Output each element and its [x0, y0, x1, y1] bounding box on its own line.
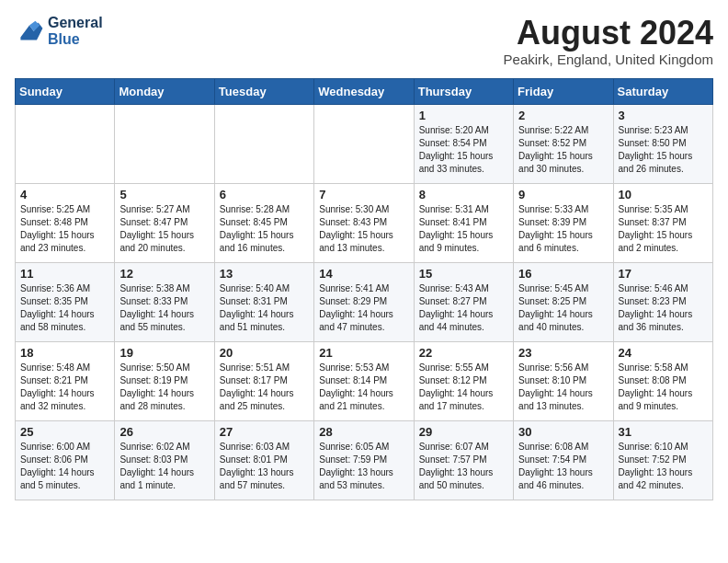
day-info: Sunrise: 5:22 AM Sunset: 8:52 PM Dayligh…	[518, 124, 608, 176]
day-number: 17	[619, 267, 708, 281]
day-number: 11	[20, 267, 109, 281]
calendar-cell: 20Sunrise: 5:51 AM Sunset: 8:17 PM Dayli…	[214, 341, 313, 420]
page-header: General Blue August 2024 Peakirk, Englan…	[15, 15, 713, 67]
logo: General Blue	[15, 15, 103, 48]
weekday-header: Tuesday	[214, 78, 313, 104]
calendar-cell: 16Sunrise: 5:45 AM Sunset: 8:25 PM Dayli…	[514, 262, 613, 341]
weekday-header: Monday	[115, 78, 214, 104]
day-info: Sunrise: 5:28 AM Sunset: 8:45 PM Dayligh…	[220, 203, 309, 255]
day-number: 4	[20, 188, 109, 201]
day-number: 24	[619, 346, 708, 360]
logo-icon	[15, 18, 44, 44]
weekday-header: Thursday	[414, 78, 513, 104]
day-info: Sunrise: 5:23 AM Sunset: 8:50 PM Dayligh…	[619, 124, 708, 176]
calendar-cell: 3Sunrise: 5:23 AM Sunset: 8:50 PM Daylig…	[613, 104, 712, 183]
day-info: Sunrise: 5:40 AM Sunset: 8:31 PM Dayligh…	[220, 282, 309, 334]
day-number: 3	[619, 109, 708, 122]
day-number: 2	[518, 109, 608, 122]
day-info: Sunrise: 5:51 AM Sunset: 8:17 PM Dayligh…	[220, 362, 309, 413]
day-number: 20	[220, 346, 309, 360]
day-info: Sunrise: 5:31 AM Sunset: 8:41 PM Dayligh…	[419, 203, 508, 255]
calendar-cell: 13Sunrise: 5:40 AM Sunset: 8:31 PM Dayli…	[214, 262, 313, 341]
calendar-table: SundayMondayTuesdayWednesdayThursdayFrid…	[15, 78, 713, 500]
day-number: 6	[220, 188, 309, 201]
day-info: Sunrise: 6:07 AM Sunset: 7:57 PM Dayligh…	[419, 441, 508, 492]
day-info: Sunrise: 5:30 AM Sunset: 8:43 PM Dayligh…	[319, 203, 408, 255]
calendar-cell: 24Sunrise: 5:58 AM Sunset: 8:08 PM Dayli…	[613, 341, 712, 420]
day-info: Sunrise: 5:36 AM Sunset: 8:35 PM Dayligh…	[20, 282, 109, 334]
day-info: Sunrise: 5:55 AM Sunset: 8:12 PM Dayligh…	[419, 362, 508, 413]
day-info: Sunrise: 5:25 AM Sunset: 8:48 PM Dayligh…	[20, 203, 109, 255]
calendar-cell: 10Sunrise: 5:35 AM Sunset: 8:37 PM Dayli…	[613, 183, 712, 262]
calendar-cell: 14Sunrise: 5:41 AM Sunset: 8:29 PM Dayli…	[314, 262, 414, 341]
day-number: 10	[619, 188, 708, 201]
calendar-cell: 2Sunrise: 5:22 AM Sunset: 8:52 PM Daylig…	[514, 104, 613, 183]
weekday-header: Wednesday	[314, 78, 414, 104]
day-info: Sunrise: 5:33 AM Sunset: 8:39 PM Dayligh…	[518, 203, 608, 255]
weekday-header: Saturday	[613, 78, 712, 104]
calendar-cell: 1Sunrise: 5:20 AM Sunset: 8:54 PM Daylig…	[414, 104, 513, 183]
day-number: 23	[518, 346, 608, 360]
day-number: 21	[319, 346, 408, 360]
calendar-week-row: 11Sunrise: 5:36 AM Sunset: 8:35 PM Dayli…	[16, 262, 713, 341]
day-number: 31	[619, 425, 708, 439]
day-number: 26	[119, 425, 209, 439]
calendar-cell	[314, 104, 414, 183]
calendar-cell: 4Sunrise: 5:25 AM Sunset: 8:48 PM Daylig…	[16, 183, 115, 262]
day-info: Sunrise: 6:03 AM Sunset: 8:01 PM Dayligh…	[220, 441, 309, 492]
day-number: 16	[518, 267, 608, 281]
calendar-cell: 21Sunrise: 5:53 AM Sunset: 8:14 PM Dayli…	[314, 341, 414, 420]
month-year-title: August 2024	[504, 15, 713, 52]
calendar-cell: 30Sunrise: 6:08 AM Sunset: 7:54 PM Dayli…	[514, 420, 613, 500]
day-info: Sunrise: 5:35 AM Sunset: 8:37 PM Dayligh…	[619, 203, 708, 255]
calendar-cell: 11Sunrise: 5:36 AM Sunset: 8:35 PM Dayli…	[16, 262, 115, 341]
weekday-header: Sunday	[16, 78, 115, 104]
logo-text: General Blue	[48, 15, 103, 48]
day-number: 22	[419, 346, 508, 360]
day-number: 15	[419, 267, 508, 281]
calendar-cell: 29Sunrise: 6:07 AM Sunset: 7:57 PM Dayli…	[414, 420, 513, 500]
calendar-cell	[16, 104, 115, 183]
day-number: 1	[419, 109, 508, 122]
location-subtitle: Peakirk, England, United Kingdom	[504, 52, 713, 67]
day-info: Sunrise: 5:50 AM Sunset: 8:19 PM Dayligh…	[119, 362, 209, 413]
calendar-week-row: 1Sunrise: 5:20 AM Sunset: 8:54 PM Daylig…	[16, 104, 713, 183]
day-number: 28	[319, 425, 408, 439]
day-info: Sunrise: 6:10 AM Sunset: 7:52 PM Dayligh…	[619, 441, 708, 492]
day-info: Sunrise: 6:02 AM Sunset: 8:03 PM Dayligh…	[119, 441, 209, 492]
day-info: Sunrise: 5:58 AM Sunset: 8:08 PM Dayligh…	[619, 362, 708, 413]
calendar-cell: 31Sunrise: 6:10 AM Sunset: 7:52 PM Dayli…	[613, 420, 712, 500]
day-number: 9	[518, 188, 608, 201]
day-info: Sunrise: 5:45 AM Sunset: 8:25 PM Dayligh…	[518, 282, 608, 334]
day-info: Sunrise: 5:38 AM Sunset: 8:33 PM Dayligh…	[119, 282, 209, 334]
calendar-cell: 19Sunrise: 5:50 AM Sunset: 8:19 PM Dayli…	[115, 341, 214, 420]
calendar-cell: 22Sunrise: 5:55 AM Sunset: 8:12 PM Dayli…	[414, 341, 513, 420]
day-number: 18	[20, 346, 109, 360]
day-number: 12	[119, 267, 209, 281]
calendar-week-row: 18Sunrise: 5:48 AM Sunset: 8:21 PM Dayli…	[16, 341, 713, 420]
day-number: 30	[518, 425, 608, 439]
day-number: 19	[119, 346, 209, 360]
calendar-cell: 15Sunrise: 5:43 AM Sunset: 8:27 PM Dayli…	[414, 262, 513, 341]
day-info: Sunrise: 5:43 AM Sunset: 8:27 PM Dayligh…	[419, 282, 508, 334]
day-number: 27	[220, 425, 309, 439]
calendar-cell: 18Sunrise: 5:48 AM Sunset: 8:21 PM Dayli…	[16, 341, 115, 420]
calendar-cell: 27Sunrise: 6:03 AM Sunset: 8:01 PM Dayli…	[214, 420, 313, 500]
calendar-cell	[115, 104, 214, 183]
day-number: 5	[119, 188, 209, 201]
day-info: Sunrise: 6:00 AM Sunset: 8:06 PM Dayligh…	[20, 441, 109, 492]
day-info: Sunrise: 5:56 AM Sunset: 8:10 PM Dayligh…	[518, 362, 608, 413]
calendar-cell: 28Sunrise: 6:05 AM Sunset: 7:59 PM Dayli…	[314, 420, 414, 500]
calendar-cell: 8Sunrise: 5:31 AM Sunset: 8:41 PM Daylig…	[414, 183, 513, 262]
day-number: 14	[319, 267, 408, 281]
day-number: 29	[419, 425, 508, 439]
day-info: Sunrise: 5:48 AM Sunset: 8:21 PM Dayligh…	[20, 362, 109, 413]
weekday-header-row: SundayMondayTuesdayWednesdayThursdayFrid…	[16, 78, 713, 104]
day-info: Sunrise: 6:08 AM Sunset: 7:54 PM Dayligh…	[518, 441, 608, 492]
calendar-cell: 26Sunrise: 6:02 AM Sunset: 8:03 PM Dayli…	[115, 420, 214, 500]
day-number: 7	[319, 188, 408, 201]
calendar-cell: 23Sunrise: 5:56 AM Sunset: 8:10 PM Dayli…	[514, 341, 613, 420]
calendar-week-row: 4Sunrise: 5:25 AM Sunset: 8:48 PM Daylig…	[16, 183, 713, 262]
day-info: Sunrise: 5:41 AM Sunset: 8:29 PM Dayligh…	[319, 282, 408, 334]
day-info: Sunrise: 5:20 AM Sunset: 8:54 PM Dayligh…	[419, 124, 508, 176]
